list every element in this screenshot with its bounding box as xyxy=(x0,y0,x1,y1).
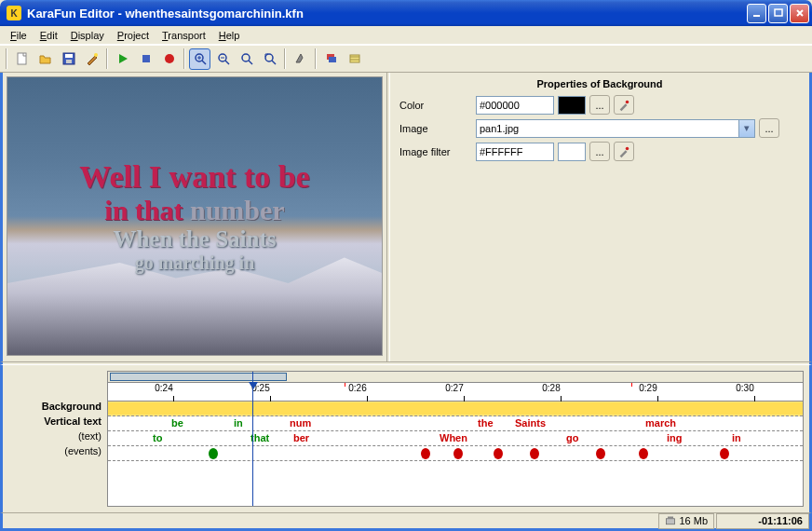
svg-rect-4 xyxy=(65,54,73,58)
svg-point-12 xyxy=(265,54,273,61)
open-button[interactable] xyxy=(34,48,56,70)
track-label-vtext: Vertical text xyxy=(8,414,107,429)
lyric-syllable[interactable]: march xyxy=(645,417,676,429)
color-input[interactable] xyxy=(476,96,554,115)
filter-more-button[interactable]: ... xyxy=(589,142,610,161)
lyric-syllable[interactable]: be xyxy=(171,417,183,429)
image-input[interactable] xyxy=(477,120,738,137)
svg-point-8 xyxy=(165,54,174,63)
ruler-tick: 0:27 xyxy=(454,383,472,393)
svg-rect-1 xyxy=(775,9,782,16)
track-text-bottom[interactable]: tothatberWhengoingin xyxy=(108,431,803,446)
event-marker[interactable] xyxy=(720,448,729,459)
track-label-bg: Background xyxy=(8,399,107,414)
lyric-syllable[interactable]: in xyxy=(234,417,243,429)
color-label: Color xyxy=(399,100,472,111)
record-button[interactable] xyxy=(158,48,180,70)
filter-swatch xyxy=(558,143,586,161)
lyric-line-2: in that number xyxy=(104,195,284,226)
image-dropdown-button[interactable]: ▾ xyxy=(738,120,754,137)
menu-project[interactable]: Project xyxy=(111,28,156,43)
svg-point-11 xyxy=(242,54,250,61)
filter-label: Image filter xyxy=(399,146,472,157)
event-marker[interactable] xyxy=(453,448,463,459)
timeline-minimap[interactable] xyxy=(108,372,803,383)
ruler-tick: 0:29 xyxy=(648,383,666,393)
tool-a-button[interactable] xyxy=(290,48,311,70)
image-browse-button[interactable]: ... xyxy=(759,118,779,138)
filter-input[interactable] xyxy=(476,143,554,161)
stop-button[interactable] xyxy=(135,48,156,70)
track-label-text: (text) xyxy=(8,429,107,443)
lyric-line-4: go marching in xyxy=(135,252,255,274)
event-marker[interactable] xyxy=(596,448,605,459)
timeline-ruler[interactable]: 0:240:250:260:270:280:290:30 xyxy=(108,383,803,402)
lyric-line-3: When the Saints xyxy=(113,226,276,252)
play-button[interactable] xyxy=(112,48,133,70)
svg-rect-0 xyxy=(753,15,760,17)
lyric-syllable[interactable]: ber xyxy=(293,432,309,443)
preview-panel: Well I want to be in that number When th… xyxy=(3,73,386,361)
menu-file[interactable]: File xyxy=(4,28,34,43)
event-marker[interactable] xyxy=(421,448,430,459)
maximize-button[interactable] xyxy=(768,4,788,23)
preview-image: Well I want to be in that number When th… xyxy=(7,76,383,356)
event-marker[interactable] xyxy=(530,448,539,459)
timeline-body[interactable]: 0:240:250:260:270:280:290:30 beinnumtheS… xyxy=(107,371,804,507)
lyric-line-1: Well I want to be xyxy=(79,159,309,195)
color-swatch xyxy=(558,96,586,115)
svg-point-6 xyxy=(94,53,98,57)
svg-point-17 xyxy=(626,146,629,150)
menu-bar: File Edit Display Project Transport Help xyxy=(0,26,812,45)
track-text-top[interactable]: beinnumtheSaintsmarch xyxy=(108,416,803,431)
image-label: Image xyxy=(399,123,472,134)
layers-button[interactable] xyxy=(320,48,342,70)
color-more-button[interactable]: ... xyxy=(589,95,610,115)
lyric-syllable[interactable]: When xyxy=(440,432,467,443)
timeline-panel: Background Vertical text (text) (events)… xyxy=(0,365,812,512)
lyric-syllable[interactable]: num xyxy=(290,417,311,429)
lyric-syllable[interactable]: the xyxy=(478,417,494,429)
minimap-window[interactable] xyxy=(110,373,287,381)
zoom-reset-button[interactable] xyxy=(236,48,257,70)
color-picker-button[interactable] xyxy=(614,95,634,115)
lyric-syllable[interactable]: to xyxy=(153,432,162,443)
wizard-button[interactable] xyxy=(81,48,102,70)
zoom-out-button[interactable] xyxy=(212,48,234,70)
track-label-events: (events) xyxy=(8,443,107,458)
tool-b-button[interactable] xyxy=(344,48,365,70)
playhead[interactable] xyxy=(252,372,253,506)
lyric-syllable[interactable]: in xyxy=(732,432,741,443)
menu-edit[interactable]: Edit xyxy=(34,28,64,43)
save-button[interactable] xyxy=(58,48,79,70)
lyric-syllable[interactable]: Saints xyxy=(515,417,546,429)
close-button[interactable] xyxy=(790,4,809,23)
svg-rect-14 xyxy=(329,57,336,62)
window-title: KaraFun Editor - whenthesaintsgomarchini… xyxy=(25,7,747,20)
event-marker[interactable] xyxy=(209,448,218,459)
svg-rect-18 xyxy=(667,519,675,524)
track-events[interactable] xyxy=(108,446,803,461)
menu-transport[interactable]: Transport xyxy=(156,28,212,43)
track-background[interactable] xyxy=(108,402,803,416)
new-button[interactable] xyxy=(11,48,33,70)
ruler-tick: 0:28 xyxy=(551,383,569,393)
menu-help[interactable]: Help xyxy=(212,28,247,43)
zoom-fit-button[interactable] xyxy=(259,48,280,70)
svg-rect-15 xyxy=(350,55,359,62)
zoom-in-button[interactable] xyxy=(189,48,210,70)
svg-rect-2 xyxy=(18,53,26,64)
lyric-syllable[interactable]: that xyxy=(250,432,269,443)
ruler-tick: 0:30 xyxy=(745,383,763,393)
ruler-tick: 0:25 xyxy=(261,383,278,393)
event-marker[interactable] xyxy=(639,448,648,459)
lyric-syllable[interactable]: ing xyxy=(667,432,683,443)
event-marker[interactable] xyxy=(494,448,503,459)
menu-display[interactable]: Display xyxy=(64,28,111,43)
filter-picker-button[interactable] xyxy=(614,142,634,161)
app-icon: K xyxy=(7,6,21,20)
minimize-button[interactable] xyxy=(747,4,766,23)
properties-panel: Properties of Background Color ... Image… xyxy=(390,73,809,361)
svg-rect-5 xyxy=(66,60,72,63)
lyric-syllable[interactable]: go xyxy=(566,432,578,443)
